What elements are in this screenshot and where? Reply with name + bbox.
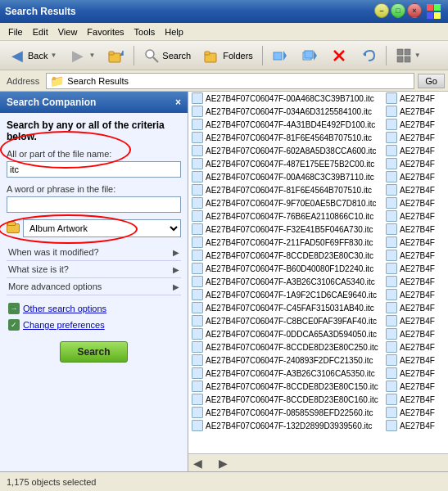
option-size[interactable]: What size is it? ▶	[7, 261, 181, 278]
undo-button[interactable]	[355, 44, 382, 67]
minimize-button[interactable]: –	[374, 3, 389, 18]
list-item: AE27B4F07C06047F-240893F2DFC21350.itc	[188, 354, 382, 367]
forward-dropdown-icon[interactable]: ▼	[88, 52, 95, 59]
back-button[interactable]: ◀ Back ▼	[3, 44, 62, 67]
filename-input[interactable]	[7, 161, 181, 178]
forward-button[interactable]: ▶ ▼	[64, 44, 101, 67]
undo-icon	[360, 47, 377, 64]
panel-close-button[interactable]: ×	[175, 97, 181, 108]
folders-button[interactable]: Folders	[198, 44, 259, 67]
search-button[interactable]: Search	[138, 44, 197, 67]
menu-help[interactable]: Help	[160, 25, 188, 38]
list-item-right: AE27B4F	[382, 92, 448, 105]
file-name: AE27B4F07C06047F-00A468C3C39B7100.itc	[206, 94, 374, 103]
up-button[interactable]	[102, 44, 130, 67]
menu-tools[interactable]: Tools	[129, 25, 161, 38]
file-name-right: AE27B4F	[400, 133, 435, 142]
file-icon	[192, 341, 203, 353]
menu-file[interactable]: File	[3, 25, 28, 38]
address-tab-label: Search Results	[67, 76, 129, 86]
file-name: AE27B4F07C06047F-8CCDE8D23E80C160.itc	[206, 395, 378, 404]
option-modified[interactable]: When was it modified? ▶	[7, 244, 181, 261]
file-name-right: AE27B4F	[400, 94, 435, 103]
file-icon	[192, 276, 203, 287]
file-name: AE27B4F07C06047F-A3B26C3106CA5340.itc	[206, 277, 375, 286]
list-item-right: AE27B4F	[382, 419, 448, 432]
search-description: Search by any or all of the criteria bel…	[7, 119, 181, 142]
list-item: AE27B4F07C06047F-81F6E4564B707510.itc	[188, 183, 382, 196]
title-bar: Search Results – □ ×	[0, 0, 448, 23]
menu-favorites[interactable]: Favorites	[82, 25, 129, 38]
menu-view[interactable]: View	[53, 25, 83, 38]
list-item-right: AE27B4F	[382, 340, 448, 354]
file-name: AE27B4F07C06047F-0DDCA65A3D594050.itc	[206, 330, 377, 339]
list-item-right: AE27B4F	[382, 327, 448, 340]
close-button[interactable]: ×	[407, 3, 422, 18]
file-name: AE27B4F07C06047F-08585S98EFD22560.itc	[206, 408, 373, 417]
list-item-right: AE27B4F	[382, 236, 448, 249]
content-label: A word or phrase in the file:	[7, 184, 181, 194]
file-icon	[192, 394, 203, 405]
file-name-right: AE27B4F	[400, 107, 435, 116]
copy-to-button[interactable]	[296, 44, 324, 67]
file-icon	[192, 223, 203, 235]
file-icon	[386, 197, 397, 209]
file-name: AE27B4F07C06047F-76B6EA2110866C10.itc	[206, 212, 373, 221]
file-name: AE27B4F07C06047F-8CCDE8D23E80C30.itc	[206, 251, 373, 260]
file-name-right: AE27B4F	[400, 356, 435, 365]
toolbar-separator-3	[386, 46, 387, 65]
back-icon: ◀	[9, 47, 25, 64]
search-label: Search	[162, 51, 191, 61]
option-modified-label: When was it modified?	[8, 247, 99, 257]
back-dropdown-icon[interactable]: ▼	[50, 52, 57, 59]
file-name-right: AE27B4F	[400, 251, 435, 260]
file-name: AE27B4F07C06047F-81F6E4564B707510.itc	[206, 133, 372, 142]
search-submit-button[interactable]: Search	[60, 341, 127, 363]
views-button[interactable]: ▼	[390, 44, 427, 67]
content-input[interactable]	[7, 196, 181, 213]
list-item: AE27B4F07C06047F-487E175EE75B2C00.itc	[188, 157, 382, 170]
option-size-label: What size is it?	[8, 264, 69, 274]
file-icon	[192, 106, 203, 117]
file-name-right: AE27B4F	[400, 369, 435, 378]
link-preferences[interactable]: ✓ Change preferences	[7, 317, 181, 333]
list-item-right: AE27B4F	[382, 131, 448, 144]
nav-left-arrow[interactable]: ◀	[193, 457, 202, 470]
list-item-right: AE27B4F	[382, 301, 448, 314]
delete-button[interactable]	[325, 44, 353, 67]
file-icon	[386, 289, 397, 300]
preferences-icon: ✓	[8, 319, 20, 331]
nav-right-arrow[interactable]: ▶	[219, 457, 228, 470]
list-item: AE27B4F07C06047F-132D2899D3939560.itc	[188, 419, 382, 432]
file-icon	[192, 158, 203, 169]
file-name: AE27B4F07C06047F-9F70E0AE5BC7D810.itc	[206, 199, 376, 208]
search-panel: Search Companion × Search by any or all …	[0, 92, 188, 471]
list-item-right: AE27B4F	[382, 354, 448, 367]
address-bar: Address 📁 Search Results Go	[0, 70, 448, 92]
file-icon	[192, 315, 203, 327]
go-button[interactable]: Go	[418, 74, 445, 88]
option-advanced[interactable]: More advanced options ▶	[7, 278, 181, 295]
menu-edit[interactable]: Edit	[28, 25, 53, 38]
file-list-scroll: AE27B4F07C06047F-00A468C3C39B7100.itcAE2…	[188, 92, 448, 453]
file-name-right: AE27B4F	[400, 238, 435, 247]
links-section: → Other search options ✓ Change preferen…	[7, 300, 181, 333]
forward-icon: ▶	[70, 47, 86, 64]
panel-body: Search by any or all of the criteria bel…	[0, 113, 188, 471]
list-item: AE27B4F07C06047F-211FAD50F69FF830.itc	[188, 236, 382, 249]
folder-select[interactable]: Album Artwork	[23, 219, 181, 237]
views-dropdown-icon[interactable]: ▼	[414, 52, 421, 59]
file-name-right: AE27B4F	[400, 304, 435, 313]
link-other-search[interactable]: → Other search options	[7, 300, 181, 317]
address-label: Address	[3, 76, 43, 86]
list-item-right: AE27B4F	[382, 406, 448, 419]
list-item: AE27B4F07C06047F-602A8A5D38CCA600.itc	[188, 144, 382, 157]
file-icon	[192, 289, 203, 300]
file-icon	[192, 407, 203, 418]
svg-rect-19	[405, 56, 410, 62]
file-icon	[386, 106, 397, 117]
file-name: AE27B4F07C06047F-81F6E4564B707510.itc	[206, 186, 372, 195]
svg-marker-15	[363, 52, 366, 56]
move-to-button[interactable]	[266, 44, 294, 67]
maximize-button[interactable]: □	[391, 3, 405, 18]
